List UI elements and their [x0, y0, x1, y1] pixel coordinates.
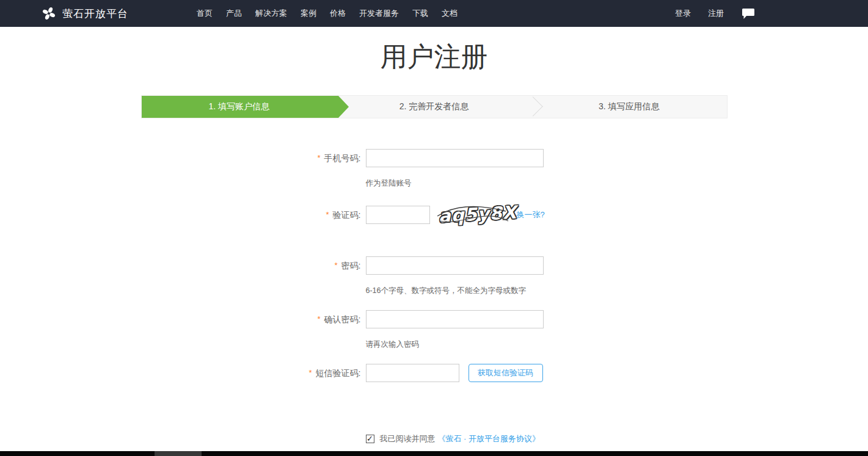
required-asterisk: * — [326, 210, 329, 219]
confirm-password-label: *确认密码: — [141, 310, 361, 328]
agreement-text: 我已阅读并同意 — [380, 433, 436, 444]
password-help-text: 6-16个字母、数字或符号，不能全为字母或数字 — [366, 286, 728, 296]
nav-item-home[interactable]: 首页 — [197, 8, 213, 19]
sms-code-input[interactable] — [366, 364, 459, 382]
main-nav: 首页 产品 解决方案 案例 价格 开发者服务 下载 文档 — [197, 8, 471, 19]
brand-logo[interactable]: 萤石开放平台 — [42, 6, 128, 21]
sms-code-group: *短信验证码: 获取短信验证码 — [141, 364, 728, 418]
password-group: *密码: 6-16个字母、数字或符号，不能全为字母或数字 — [141, 256, 728, 310]
password-label: *密码: — [141, 256, 361, 275]
required-asterisk: * — [309, 368, 312, 377]
brand-name: 萤石开放平台 — [62, 7, 128, 21]
register-link[interactable]: 注册 — [708, 8, 724, 19]
phone-label: *手机号码: — [141, 149, 361, 167]
phone-input[interactable] — [366, 149, 544, 167]
sms-code-label: *短信验证码: — [141, 364, 361, 382]
top-navbar: 萤石开放平台 首页 产品 解决方案 案例 价格 开发者服务 下载 文档 登录 注… — [0, 0, 868, 27]
bottom-bar-segment — [155, 451, 202, 456]
confirm-password-group: *确认密码: 请再次输入密码 — [141, 310, 728, 364]
captcha-refresh-link[interactable]: 换一张? — [517, 209, 545, 220]
step-2-developer-info: 2. 完善开发者信息 — [337, 96, 531, 118]
nav-item-solutions[interactable]: 解决方案 — [255, 8, 287, 19]
captcha-label: *验证码: — [141, 206, 361, 224]
nav-item-pricing[interactable]: 价格 — [330, 8, 346, 19]
required-asterisk: * — [318, 153, 321, 162]
header-right-group: 登录 注册 — [658, 8, 868, 19]
captcha-image[interactable]: aq5y8X — [437, 203, 509, 227]
required-asterisk: * — [335, 261, 338, 270]
step-indicator: 1. 填写账户信息 2. 完善开发者信息 3. 填写应用信息 — [141, 95, 728, 118]
captcha-group: *验证码: aq5y8X 换一张? — [141, 203, 728, 256]
confirm-password-help-text: 请再次输入密码 — [366, 339, 728, 350]
phone-help-text: 作为登陆账号 — [366, 178, 728, 189]
page-title: 用户注册 — [0, 42, 868, 73]
nav-item-products[interactable]: 产品 — [226, 8, 242, 19]
agreement-row: ✓ 我已阅读并同意 《萤石 · 开放平台服务协议》 — [366, 433, 728, 444]
required-asterisk: * — [318, 314, 321, 324]
password-input[interactable] — [366, 256, 544, 275]
pinwheel-logo-icon — [42, 6, 56, 21]
step-1-account-info: 1. 填写账户信息 — [142, 96, 337, 118]
nav-item-docs[interactable]: 文档 — [442, 8, 458, 19]
step-3-app-info: 3. 填写应用信息 — [531, 96, 726, 118]
nav-item-download[interactable]: 下载 — [412, 8, 428, 19]
nav-item-developer-services[interactable]: 开发者服务 — [359, 8, 399, 19]
nav-item-cases[interactable]: 案例 — [301, 8, 316, 19]
phone-group: *手机号码: 作为登陆账号 — [141, 149, 728, 203]
agreement-checkbox[interactable]: ✓ — [366, 435, 374, 443]
get-sms-code-button[interactable]: 获取短信验证码 — [469, 364, 543, 382]
confirm-password-input[interactable] — [366, 310, 544, 328]
login-link[interactable]: 登录 — [675, 8, 691, 19]
captcha-noise-lines — [437, 203, 509, 227]
registration-form: *手机号码: 作为登陆账号 *验证码: aq5y8X 换一张? *密码: 6-1… — [141, 149, 728, 456]
service-agreement-link[interactable]: 《萤石 · 开放平台服务协议》 — [438, 433, 541, 444]
bottom-screen-edge — [0, 451, 868, 456]
captcha-input[interactable] — [366, 206, 430, 224]
chat-bubble-icon[interactable] — [742, 9, 754, 19]
